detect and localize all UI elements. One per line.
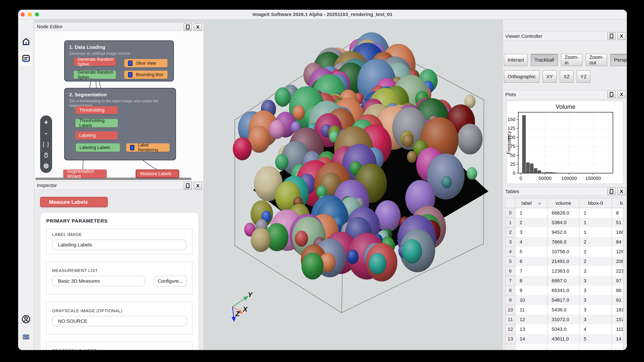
node-thresholding-labels[interactable]: Thresholding Labels (75, 119, 118, 127)
row-index: 13 (506, 334, 515, 344)
node-label: Generate Random Spher... (78, 70, 116, 80)
cell: 3 (579, 305, 612, 315)
parameters-card: PRIMARY PARAMETERS LABEL IMAGELabeling L… (40, 212, 198, 350)
maximize-panel-button[interactable] (184, 182, 192, 189)
sidebar-item-settings[interactable] (21, 332, 31, 342)
cell: 1 (579, 208, 612, 218)
cell: 3 (579, 315, 612, 324)
node-generate-random-spher[interactable]: Generate Random Spher... (74, 71, 116, 79)
measurements-table: labelvolumebbox-0b0166828.018125384.0151… (506, 198, 623, 350)
table-row[interactable]: 91054817.0391 (506, 295, 623, 305)
row-index: 10 (506, 305, 515, 315)
close-panel-button[interactable]: X (194, 23, 202, 31)
cell: 5 (579, 334, 612, 344)
column-header-bbox-0[interactable]: bbox-0 (579, 198, 612, 208)
right-panel-column: Viewer Controller X InteractTrackballZoo… (503, 19, 627, 350)
cell: 157 (612, 315, 623, 324)
table-row[interactable]: 8965341.0386 (506, 286, 623, 295)
table-row[interactable]: 4510756.02126 (506, 247, 623, 257)
input-measurement-list[interactable]: Basic 3D Measures (52, 276, 145, 286)
field-label: PROCESSING MODE (52, 348, 187, 350)
table-row[interactable]: 111231072.03157 (506, 315, 623, 324)
axis-label-z: Z (235, 310, 240, 318)
settings-gear-icon[interactable] (42, 162, 50, 170)
sidebar-item-node-editor[interactable] (20, 51, 32, 65)
node-thresholding[interactable]: Thresholding (75, 106, 118, 114)
node-label-rendering[interactable]: Label Rendering (126, 143, 170, 152)
table-row[interactable]: 347666.0284 (506, 237, 623, 247)
table-row[interactable]: 786997.0397 (506, 276, 623, 286)
table-row[interactable]: 6712363.02221 (506, 266, 623, 276)
table-row[interactable]: 10115436.03181 (506, 305, 623, 315)
cell: 208 (612, 257, 623, 266)
node-label: Slice View (136, 61, 156, 66)
node-labeling-labels[interactable]: Labeling Labels (76, 143, 120, 152)
selected-node-button[interactable]: Measure Labels (40, 197, 108, 207)
field-group-measurement-list: MEASUREMENT LISTBasic 3D MeasuresConfigu… (46, 261, 192, 295)
plots-header: Plots X (503, 90, 627, 99)
column-header-volume[interactable]: volume (547, 198, 579, 208)
inspector-title: Inspector (37, 181, 57, 189)
fit-view-icon[interactable]: [ ] (42, 140, 50, 148)
node-generate-random-spher[interactable]: Generate Random Spher... (74, 58, 116, 66)
row-index: 11 (506, 315, 515, 324)
viewer-button-yz[interactable]: YZ (577, 70, 590, 83)
table-row[interactable]: 131443611.0514 (506, 334, 623, 344)
maximize-panel-button[interactable] (608, 32, 616, 40)
close-panel-button[interactable]: X (618, 91, 626, 98)
column-header-b[interactable]: b (612, 198, 623, 208)
maximize-panel-button[interactable] (608, 188, 616, 195)
viewer-button-perspective[interactable]: Perspective (610, 54, 627, 66)
node-graph-canvas[interactable]: + - [ ] 1. Data LoadingGenerate an artif… (34, 31, 204, 181)
row-index: 4 (506, 247, 515, 257)
viewer-button-zoom-in[interactable]: Zoom-in (561, 54, 582, 66)
plots-title: Plots (505, 90, 516, 99)
cell: 8 (515, 276, 547, 286)
viewer-button-orthographic[interactable]: Orthographic (504, 70, 539, 83)
column-header-label[interactable]: label (515, 198, 547, 208)
cell: 4 (515, 237, 547, 247)
sidebar-item-home[interactable] (21, 36, 31, 46)
measurements-table-container[interactable]: labelvolumebbox-0b0166828.018125384.0151… (505, 198, 623, 350)
zoom-in-icon[interactable]: + (42, 118, 50, 126)
table-row[interactable]: 0166828.018 (506, 208, 623, 218)
table-row[interactable]: 239452.01166 (506, 227, 623, 237)
row-index: 3 (506, 237, 515, 247)
table-row[interactable]: 5621491.02208 (506, 257, 623, 266)
cell: 1 (515, 208, 547, 218)
close-panel-button[interactable]: X (618, 32, 626, 40)
row-index: 5 (506, 257, 515, 266)
input-label-image[interactable]: Labeling Labels (52, 240, 187, 250)
maximize-panel-button[interactable] (608, 91, 616, 98)
table-row[interactable]: 125384.0151 (506, 218, 623, 227)
cell: 43611.0 (547, 334, 579, 344)
node-editor-header: Node Editor X (34, 23, 204, 31)
node-label: Measure Labels (140, 171, 171, 176)
inspector-header: Inspector X (34, 181, 204, 190)
viewer-button-zoom-out[interactable]: Zoom-out (586, 54, 607, 66)
row-index: 12 (506, 324, 515, 334)
viewer-button-trackball[interactable]: Trackball (531, 54, 558, 66)
node-measure-labels[interactable]: Measure Labels (136, 170, 179, 178)
cell: 8 (612, 208, 623, 218)
close-icon: X (620, 92, 623, 97)
field-group-processing-mode: PROCESSING MODE3DSlice-by-Slice (46, 342, 192, 350)
viewer-button-interact[interactable]: Interact (504, 54, 528, 66)
column-header-index[interactable] (506, 198, 515, 208)
viewer-button-xz[interactable]: XZ (560, 70, 573, 83)
viewer-button-xy[interactable]: XY (542, 70, 556, 83)
node-segmentation-wizard[interactable]: Segmentation Wizard (63, 170, 107, 178)
cell: 7 (515, 266, 547, 276)
node-labeling[interactable]: Labeling (75, 131, 118, 140)
table-row[interactable]: 12135043.04111 (506, 324, 623, 334)
reset-view-icon[interactable] (42, 151, 50, 159)
sidebar-item-account[interactable] (21, 314, 31, 324)
close-panel-button[interactable]: X (194, 182, 202, 189)
maximize-panel-button[interactable] (184, 23, 192, 31)
configure-button[interactable]: Configure... (154, 276, 187, 286)
input-grayscale-image-optional[interactable]: NO SOURCE (52, 316, 187, 326)
node-bounding-box[interactable]: Bounding Box (124, 71, 168, 79)
zoom-out-icon[interactable]: - (42, 129, 50, 137)
close-panel-button[interactable]: X (618, 188, 626, 195)
node-slice-view[interactable]: Slice View (124, 59, 168, 67)
